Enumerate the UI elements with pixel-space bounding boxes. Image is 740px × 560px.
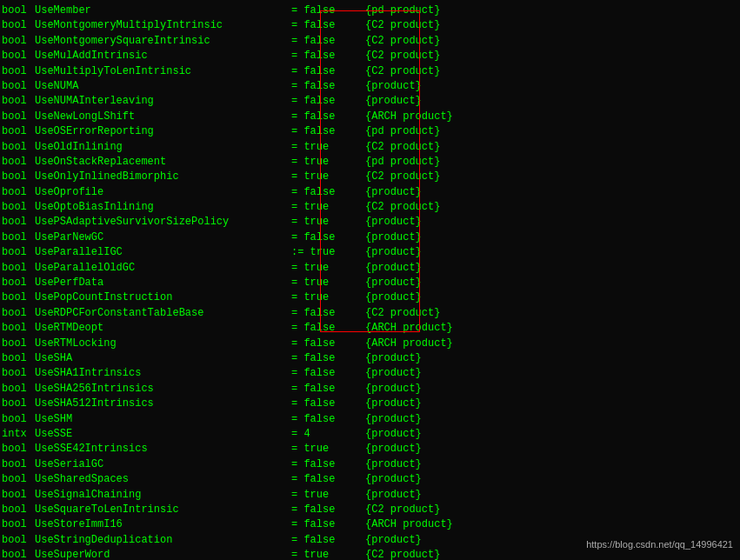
type-col: bool [2,245,35,260]
product-col: {C2 product} [365,18,440,33]
name-col: UseNUMAInterleaving [35,94,291,109]
product-col: {product} [365,185,422,200]
table-row: boolUseSquareToLenIntrinsic= false{C2 pr… [2,503,738,517]
value-col: = false [291,306,365,321]
value-col: = false [291,412,365,427]
name-col: UseOprofile [35,185,291,200]
type-col: bool [2,110,35,124]
name-col: UsePerfData [35,276,291,290]
product-col: {product} [365,215,422,230]
type-col: bool [2,382,35,397]
value-col: = false [291,382,365,397]
value-col: = false [291,64,365,79]
value-col: = true [291,488,365,503]
type-col: bool [2,185,35,200]
table-row: boolUseOptoBiasInlining= true{C2 product… [2,200,738,215]
table-row: boolUseSHA256Intrinsics= false{product} [2,382,738,397]
type-col: bool [2,140,35,155]
name-col: UseStringDeduplication [35,533,291,548]
value-col: = false [291,397,365,411]
name-col: UseParallelIGC [35,245,291,260]
table-row: boolUseNUMA= false{product} [2,79,738,94]
name-col: UseSHA256Intrinsics [35,382,291,397]
product-col: {product} [365,276,422,290]
table-row: boolUseMultiplyToLenIntrinsic= false{C2 … [2,64,738,79]
value-col: = true [291,261,365,276]
table-row: boolUseParallelIGC:= true{product} [2,245,738,260]
value-col: := true [291,245,365,260]
name-col: UseSuperWord [35,548,291,560]
product-col: {product} [365,230,422,245]
type-col: bool [2,366,35,381]
value-col: = false [291,49,365,63]
table-row: boolUseSHA= false{product} [2,351,738,366]
type-col: bool [2,18,35,33]
value-col: = false [291,517,365,532]
product-col: {C2 product} [365,49,440,63]
value-col: = false [291,185,365,200]
name-col: UseMontgomerySquareIntrinsic [35,34,291,49]
table-row: boolUseStoreImmI16= false{ARCH product} [2,517,738,532]
name-col: UseSquareToLenIntrinsic [35,503,291,517]
product-col: {C2 product} [365,548,440,560]
name-col: UseMultiplyToLenIntrinsic [35,64,291,79]
name-col: UseSHM [35,412,291,427]
product-col: {product} [365,472,422,487]
name-col: UsePSAdaptiveSurvivorSizePolicy [35,215,291,230]
product-col: {product} [365,457,422,472]
type-col: bool [2,49,35,63]
value-col: = false [291,79,365,94]
product-col: {product} [365,366,422,381]
product-col: {product} [365,94,422,109]
table-row: boolUseNUMAInterleaving= false{product} [2,94,738,109]
type-col: bool [2,517,35,532]
name-col: UseMontgomeryMultiplyIntrinsic [35,18,291,33]
value-col: = false [291,94,365,109]
table-row: boolUseSignalChaining= true{product} [2,488,738,503]
name-col: UseSSE [35,427,291,442]
value-col: = true [291,215,365,230]
value-col: = true [291,548,365,560]
product-col: {product} [365,290,422,305]
value-col: = false [291,366,365,381]
type-col: bool [2,321,35,336]
type-col: bool [2,412,35,427]
value-col: = false [291,337,365,351]
type-col: bool [2,155,35,170]
product-col: {product} [365,261,422,276]
type-col: bool [2,306,35,321]
table-row: boolUseOnlyInlinedBimorphic= true{C2 pro… [2,170,738,184]
value-col: = false [291,34,365,49]
product-col: {product} [365,427,422,442]
name-col: UseRTMDeopt [35,321,291,336]
value-col: = false [291,18,365,33]
table-row: boolUsePSAdaptiveSurvivorSizePolicy= tru… [2,215,738,230]
name-col: UseMember [35,3,291,18]
product-col: {product} [365,351,422,366]
product-col: {ARCH product} [365,517,453,532]
type-col: bool [2,64,35,79]
table-row: boolUseSerialGC= false{product} [2,457,738,472]
table-row: boolUseMember= false{pd product} [2,3,738,18]
product-col: {C2 product} [365,64,440,79]
name-col: UseSSE42Intrinsics [35,442,291,457]
name-col: UseSHA512Intrinsics [35,397,291,411]
name-col: UseNUMA [35,79,291,94]
name-col: UseRDPCForConstantTableBase [35,306,291,321]
type-col: bool [2,34,35,49]
value-col: = false [291,230,365,245]
type-col: bool [2,276,35,290]
name-col: UseStoreImmI16 [35,517,291,532]
type-col: bool [2,533,35,548]
table-row: boolUseOnStackReplacement= true{pd produ… [2,155,738,170]
table-row: boolUseSHA1Intrinsics= false{product} [2,366,738,381]
type-col: bool [2,94,35,109]
name-col: UseParallelOldGC [35,261,291,276]
name-col: UseRTMLocking [35,337,291,351]
type-col: bool [2,230,35,245]
value-col: = false [291,351,365,366]
table-row: boolUsePopCountInstruction= true{product… [2,290,738,305]
value-col: = true [291,170,365,184]
value-col: = false [291,472,365,487]
value-col: = true [291,276,365,290]
